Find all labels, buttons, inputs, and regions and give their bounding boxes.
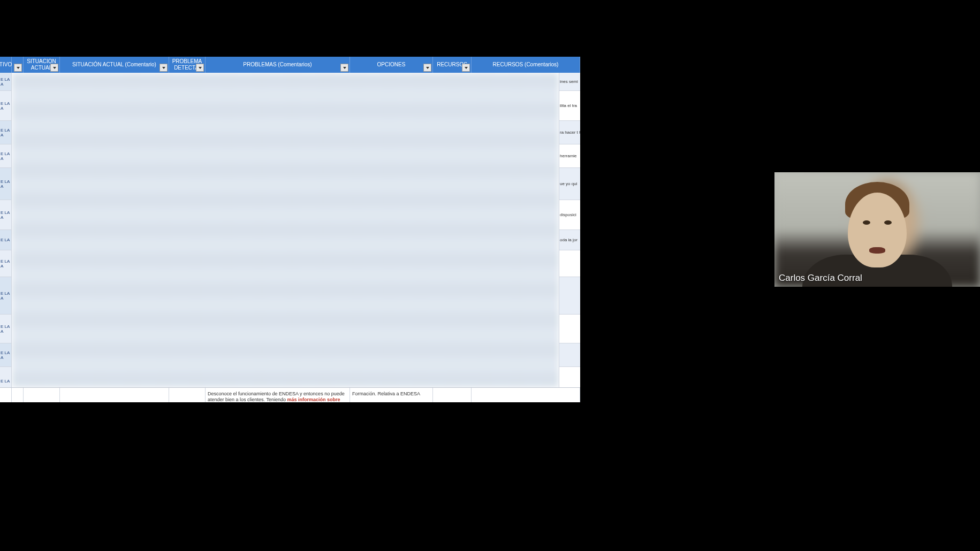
video-person-face	[842, 182, 912, 273]
cell-text: ra hacer t Recibe q	[560, 130, 580, 135]
row-label-text: E LA A	[1, 179, 11, 189]
header-label: OPCIONES	[377, 62, 406, 68]
table-row-label: E LA A	[0, 200, 12, 230]
video-person-eye	[863, 220, 870, 225]
table-cell: ra hacer t Recibe q	[559, 121, 580, 144]
header-label: TIVO	[0, 62, 12, 68]
table-row-label: E LA A	[0, 91, 12, 121]
table-cell: disposici	[559, 200, 580, 230]
table-cell	[559, 277, 580, 315]
row-label-text: E LA	[1, 238, 10, 242]
table-cell: ines semi	[559, 73, 580, 91]
table-row-label: E LA A	[0, 277, 12, 315]
filter-button[interactable]	[50, 64, 58, 72]
row-label-text: E LA A	[1, 151, 11, 161]
shared-screen-region: TIVO SITUACION ACTUAL SITUACIÓN ACTUAL (…	[0, 0, 614, 551]
filter-button[interactable]	[159, 64, 168, 72]
table-cell: ue yo qui	[559, 168, 580, 200]
header-col-situacion-comentario: SITUACIÓN ACTUAL (Comentario)	[60, 57, 169, 73]
video-person-mouth	[869, 247, 885, 254]
header-col-problemas-comentarios: PROBLEMAS (Comentarios)	[206, 57, 350, 73]
row-label-text: E LA A	[1, 210, 11, 220]
video-person-eye	[884, 220, 892, 225]
cell-text: disposici	[560, 212, 576, 217]
table-row-label: E LA A	[0, 144, 12, 168]
table-cell	[559, 250, 580, 277]
table-cell-problemas: Desconoce el funcionamiento de ENDESA y …	[206, 388, 350, 402]
cell-text: Formación. Relativa a ENDESA	[352, 391, 420, 396]
table-cell	[169, 388, 206, 402]
header-col-situacion-actual: SITUACION ACTUAL	[24, 57, 60, 73]
cell-text-highlight: más información sobre	[287, 397, 340, 402]
cell-text: ilita el tra	[560, 103, 577, 108]
table-row-label: E LA A	[0, 315, 12, 343]
header-col-blank	[12, 57, 24, 73]
table-cell	[0, 388, 12, 402]
table-cell	[472, 388, 580, 402]
table-row-label: E LA A	[0, 343, 12, 367]
header-col-recursos-comentarios: RECURSOS (Comentarios)	[472, 57, 580, 73]
header-col-problema-detectado: PROBLEMA DETECTAI	[169, 57, 206, 73]
filter-button[interactable]	[423, 64, 431, 72]
table-cell: herramie	[559, 144, 580, 168]
participant-name-label: Carlos García Corral	[779, 273, 862, 284]
table-cell	[433, 388, 472, 402]
row-label-text: E LA A	[1, 350, 11, 360]
row-label-text: E LA A	[1, 259, 11, 269]
left-fixed-column: E LA A E LA A E LA A E LA A E LA A E LA …	[0, 73, 12, 387]
table-cell: oda la jor	[559, 230, 580, 250]
row-label-text: E LA	[1, 379, 10, 384]
table-cell	[24, 388, 60, 402]
cell-text: herramie	[560, 154, 577, 158]
header-label-line2: ACTUAL	[31, 65, 52, 71]
table-cell	[559, 343, 580, 367]
table-row-label: E LA	[0, 230, 12, 250]
filter-button[interactable]	[14, 64, 22, 72]
table-cell-opciones: Formación. Relativa a ENDESA	[350, 388, 433, 402]
table-row-label: E LA A	[0, 250, 12, 277]
table-cell	[559, 315, 580, 343]
header-col-opciones: OPCIONES	[350, 57, 433, 73]
row-label-text: E LA A	[1, 324, 11, 334]
cell-text: ue yo qui	[560, 181, 577, 186]
participant-video-tile[interactable]: Carlos García Corral	[774, 172, 980, 287]
table-cell: ilita el tra	[559, 91, 580, 121]
spreadsheet-view: TIVO SITUACION ACTUAL SITUACIÓN ACTUAL (…	[0, 57, 580, 402]
cell-text: oda la jor	[560, 238, 578, 242]
blurred-content-region	[12, 73, 559, 387]
table-cell	[60, 388, 169, 402]
header-label: RECURSOS (Comentarios)	[493, 62, 559, 68]
row-label-text: E LA A	[1, 77, 11, 87]
header-col-recursos: RECURSOS	[433, 57, 472, 73]
table-cell	[12, 388, 24, 402]
row-label-text: E LA A	[1, 128, 11, 137]
table-row-label: E LA A	[0, 73, 12, 91]
right-visible-column: ines semi ilita el tra ra hacer t Recibe…	[559, 73, 580, 387]
row-label-text: E LA A	[1, 291, 11, 301]
row-label-text: E LA A	[1, 101, 11, 111]
visible-bottom-row: Desconoce el funcionamiento de ENDESA y …	[0, 387, 580, 402]
table-row-label: E LA A	[0, 168, 12, 200]
cell-text: ines semi	[560, 79, 578, 84]
filter-button[interactable]	[196, 64, 204, 72]
header-label: PROBLEMAS (Comentarios)	[243, 62, 312, 68]
header-col-tivo: TIVO	[0, 57, 12, 73]
table-header-row: TIVO SITUACION ACTUAL SITUACIÓN ACTUAL (…	[0, 57, 580, 73]
header-label: SITUACIÓN ACTUAL (Comentario)	[72, 62, 156, 68]
filter-button[interactable]	[340, 64, 348, 72]
table-row-label: E LA A	[0, 121, 12, 144]
filter-button[interactable]	[462, 64, 470, 72]
